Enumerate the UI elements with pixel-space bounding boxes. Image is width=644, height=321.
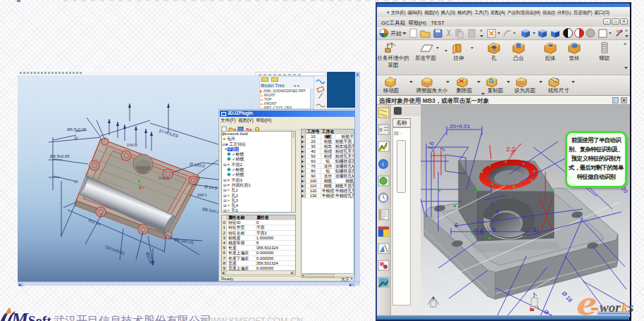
svg-text:wor: wor	[600, 300, 621, 315]
svg-text:32: 32	[74, 136, 78, 140]
svg-text:k: k	[621, 300, 628, 315]
svg-text:WWW.KMSOFT.COM.CN: WWW.KMSOFT.COM.CN	[202, 316, 303, 321]
svg-text:84: 84	[74, 180, 78, 184]
svg-text:3.2: 3.2	[506, 146, 515, 153]
svg-text:s: s	[628, 300, 633, 315]
svg-text:»: »	[480, 28, 483, 33]
svg-text:Ø 18: Ø 18	[561, 290, 574, 303]
svg-text:(10.545x5): (10.545x5)	[105, 244, 125, 256]
svg-text:DIM 3: DIM 3	[197, 193, 207, 197]
svg-text:e: e	[576, 291, 597, 319]
svg-text:20+0.01: 20+0.01	[450, 123, 471, 130]
svg-text:9: 9	[379, 127, 383, 133]
svg-text:6: 6	[492, 226, 495, 233]
svg-text:»: »	[624, 41, 627, 47]
svg-text:Ø4.5x0.05: Ø4.5x0.05	[174, 237, 194, 245]
svg-text:DIM(4): DIM(4)	[159, 176, 170, 180]
svg-text:DIM(1): DIM(1)	[127, 143, 138, 147]
svg-text:Ø6.5x0.05: Ø6.5x0.05	[50, 154, 70, 158]
svg-text:M: M	[11, 309, 29, 321]
svg-text:5: 5	[496, 209, 499, 214]
svg-text:Soft: Soft	[28, 313, 51, 321]
svg-text:Ø11x8: Ø11x8	[145, 251, 154, 265]
svg-text:Ø 14.5: Ø 14.5	[204, 184, 218, 191]
svg-text:武汉开目信息技术股份有限公司: 武汉开目信息技术股份有限公司	[54, 315, 211, 321]
svg-text:开始: 开始	[390, 30, 402, 37]
svg-text:6: 6	[533, 226, 536, 233]
svg-text:»: »	[625, 28, 628, 33]
svg-text:0.6: 0.6	[474, 228, 484, 236]
svg-text:3: 3	[490, 201, 493, 206]
svg-text:Ø6.5x0.05: Ø6.5x0.05	[67, 127, 87, 132]
svg-text:6: 6	[454, 222, 458, 229]
